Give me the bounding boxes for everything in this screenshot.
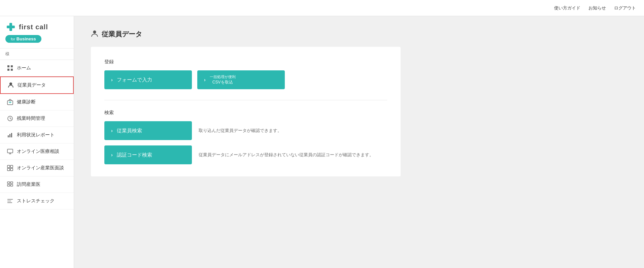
main-layout: first call forBusiness 様 ホーム bbox=[0, 16, 644, 268]
for-business-badge: forBusiness bbox=[5, 35, 41, 43]
lines-icon bbox=[7, 198, 13, 204]
registration-label: 登録 bbox=[104, 59, 387, 65]
svg-rect-22 bbox=[10, 168, 13, 171]
sidebar-item-label: 残業時間管理 bbox=[17, 115, 45, 122]
svg-point-6 bbox=[9, 82, 12, 85]
svg-rect-16 bbox=[7, 149, 13, 153]
chevron-icon: › bbox=[111, 152, 113, 158]
auth-code-search-button[interactable]: › 認証コード検索 bbox=[104, 145, 192, 164]
form-input-button[interactable]: › フォームで入力 bbox=[104, 70, 192, 89]
search-row: › 従業員検索 取り込んだ従業員データが確認できます。 › 認証コード検索 従業… bbox=[104, 121, 387, 164]
person-icon bbox=[7, 82, 14, 89]
sidebar: first call forBusiness 様 ホーム bbox=[0, 16, 74, 268]
svg-rect-3 bbox=[11, 65, 13, 67]
divider bbox=[104, 100, 387, 100]
main-content: 従業員データ 登録 › フォームで入力 › 一括処理が便利 CSVを取込 bbox=[74, 16, 644, 268]
employee-search-button[interactable]: › 従業員検索 bbox=[104, 121, 192, 140]
svg-rect-2 bbox=[7, 65, 9, 67]
svg-rect-14 bbox=[9, 134, 10, 137]
header-nav: 使い方ガイド お知らせ ログアウト bbox=[554, 5, 636, 11]
logo-text: first call bbox=[19, 23, 48, 31]
sidebar-logo: first call forBusiness bbox=[0, 16, 74, 48]
sidebar-item-health-check[interactable]: 健康診断 bbox=[0, 94, 74, 110]
search-label: 検索 bbox=[104, 110, 387, 116]
firstcall-logo-icon bbox=[5, 22, 16, 32]
svg-rect-15 bbox=[11, 133, 12, 137]
sidebar-item-label: ストレスチェック bbox=[17, 198, 55, 204]
sidebar-item-label: オンライン産業医面談 bbox=[17, 165, 64, 171]
briefcase-icon bbox=[7, 99, 13, 105]
logout-link[interactable]: ログアウト bbox=[614, 5, 636, 11]
page-title-row: 従業員データ bbox=[91, 30, 627, 39]
page-title: 従業員データ bbox=[102, 30, 142, 39]
for-text: for bbox=[11, 37, 15, 41]
employee-search-label: 従業員検索 bbox=[117, 128, 142, 134]
sidebar-user: 様 bbox=[0, 48, 74, 60]
chevron-icon: › bbox=[111, 77, 113, 82]
svg-rect-23 bbox=[7, 182, 10, 183]
page-title-icon bbox=[91, 30, 98, 39]
svg-rect-5 bbox=[11, 69, 13, 71]
svg-rect-21 bbox=[7, 168, 10, 171]
svg-rect-24 bbox=[10, 182, 13, 183]
sidebar-item-visit-obstetrics[interactable]: 訪問産業医 bbox=[0, 176, 74, 193]
sidebar-item-online-medical[interactable]: オンライン医療相談 bbox=[0, 143, 74, 160]
sidebar-item-online-obstetrics[interactable]: オンライン産業医面談 bbox=[0, 160, 74, 176]
sidebar-item-employee-data[interactable]: 従業員データ bbox=[0, 76, 74, 94]
svg-rect-25 bbox=[7, 185, 10, 186]
csv-import-button[interactable]: › 一括処理が便利 CSVを取込 bbox=[197, 70, 285, 89]
registration-button-row: › フォームで入力 › 一括処理が便利 CSVを取込 bbox=[104, 70, 387, 89]
monitor-icon bbox=[7, 148, 13, 155]
grid3-icon bbox=[7, 181, 13, 188]
sidebar-nav: ホーム 従業員データ bbox=[0, 60, 74, 268]
barchart-icon bbox=[7, 132, 13, 138]
logo-row: first call bbox=[5, 22, 48, 32]
grid2-icon bbox=[7, 165, 13, 171]
svg-rect-19 bbox=[7, 165, 10, 168]
svg-rect-4 bbox=[7, 69, 9, 71]
sidebar-item-label: 従業員データ bbox=[18, 82, 46, 88]
svg-line-12 bbox=[10, 119, 11, 119]
chevron-icon: › bbox=[204, 77, 206, 82]
sidebar-item-label: ホーム bbox=[17, 65, 31, 71]
sidebar-item-overtime[interactable]: 残業時間管理 bbox=[0, 110, 74, 127]
svg-rect-13 bbox=[8, 135, 9, 137]
clock-icon bbox=[7, 115, 13, 122]
chevron-icon: › bbox=[111, 128, 113, 133]
csv-import-label: 一括処理が便利 CSVを取込 bbox=[210, 74, 236, 85]
employee-search-item: › 従業員検索 取り込んだ従業員データが確認できます。 bbox=[104, 121, 387, 140]
business-text: Business bbox=[16, 36, 36, 41]
svg-rect-1 bbox=[7, 26, 15, 28]
auth-code-search-label: 認証コード検索 bbox=[117, 152, 152, 158]
content-card: 登録 › フォームで入力 › 一括処理が便利 CSVを取込 検索 bbox=[91, 47, 401, 176]
notice-link[interactable]: お知らせ bbox=[588, 5, 606, 11]
sidebar-item-label: 健康診断 bbox=[17, 99, 36, 105]
svg-rect-26 bbox=[10, 185, 13, 186]
guide-link[interactable]: 使い方ガイド bbox=[554, 5, 580, 11]
auth-code-search-description: 従業員データにメールアドレスが登録されていない従業員の認証コードが確認できます。 bbox=[199, 152, 374, 158]
sidebar-item-label: 利用状況レポート bbox=[17, 132, 55, 138]
top-header: 使い方ガイド お知らせ ログアウト bbox=[0, 0, 644, 16]
form-input-label: フォームで入力 bbox=[117, 77, 152, 83]
employee-search-description: 取り込んだ従業員データが確認できます。 bbox=[199, 128, 282, 134]
sidebar-item-usage-report[interactable]: 利用状況レポート bbox=[0, 127, 74, 143]
sidebar-item-label: オンライン医療相談 bbox=[17, 148, 59, 155]
sidebar-item-home[interactable]: ホーム bbox=[0, 60, 74, 76]
auth-code-search-item: › 認証コード検索 従業員データにメールアドレスが登録されていない従業員の認証コ… bbox=[104, 145, 387, 164]
sidebar-item-label: 訪問産業医 bbox=[17, 181, 40, 188]
svg-rect-20 bbox=[10, 165, 13, 168]
grid-icon bbox=[7, 65, 13, 71]
svg-point-30 bbox=[93, 30, 96, 33]
sidebar-item-stress-check[interactable]: ストレスチェック bbox=[0, 193, 74, 209]
